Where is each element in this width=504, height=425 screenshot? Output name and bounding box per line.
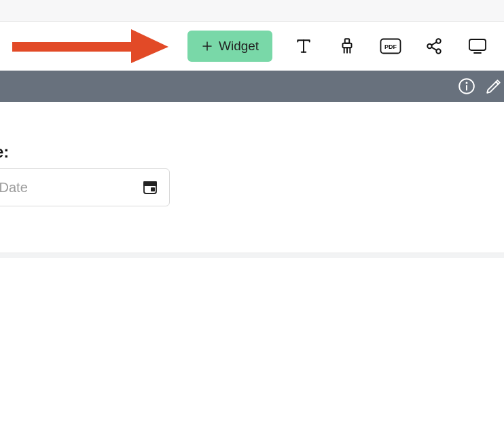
share-button[interactable]: [422, 34, 446, 58]
svg-line-17: [431, 48, 436, 50]
svg-line-23: [496, 82, 498, 84]
svg-point-22: [466, 83, 467, 84]
monitor-icon: [468, 37, 487, 55]
svg-marker-1: [131, 29, 168, 63]
toolbar: Widget PDF: [0, 22, 504, 71]
date-input[interactable]: [0, 180, 118, 196]
svg-rect-26: [151, 187, 155, 191]
info-icon: [458, 77, 475, 95]
section-divider: [0, 253, 504, 258]
arrow-icon: [12, 29, 168, 63]
annotation-arrow: [12, 29, 168, 63]
date-field-label: e:: [0, 143, 504, 162]
section-header-bar: [0, 71, 504, 102]
content-area: e:: [0, 102, 504, 258]
info-button[interactable]: [458, 77, 475, 95]
display-button[interactable]: [465, 34, 490, 58]
edit-button[interactable]: [485, 77, 503, 95]
svg-text:PDF: PDF: [384, 43, 397, 50]
top-strip: [0, 0, 504, 22]
calendar-button[interactable]: [142, 179, 158, 196]
date-input-wrap[interactable]: [0, 168, 170, 206]
svg-rect-25: [144, 182, 156, 185]
brush-tool-button[interactable]: [335, 34, 359, 58]
svg-line-16: [431, 42, 436, 45]
pencil-icon: [485, 77, 503, 95]
share-icon: [425, 37, 443, 55]
svg-rect-18: [469, 39, 486, 50]
pdf-export-button[interactable]: PDF: [378, 34, 403, 58]
calendar-icon: [142, 179, 158, 196]
text-icon: [295, 37, 312, 55]
add-widget-button[interactable]: Widget: [187, 31, 272, 62]
svg-rect-7: [343, 43, 352, 48]
add-widget-label: Widget: [219, 39, 259, 54]
text-tool-button[interactable]: [291, 34, 316, 58]
plus-icon: [201, 40, 213, 52]
pdf-icon: PDF: [380, 38, 401, 54]
brush-icon: [338, 37, 356, 55]
svg-rect-0: [12, 42, 134, 52]
